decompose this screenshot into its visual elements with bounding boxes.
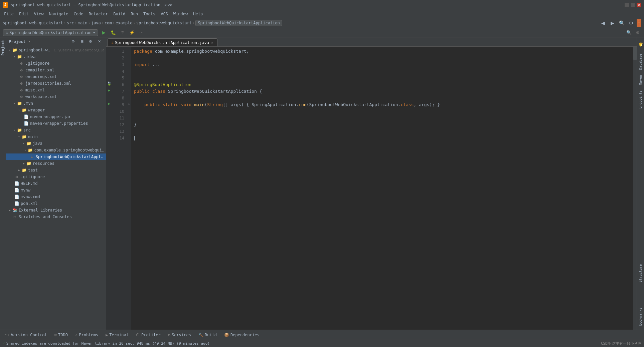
close-button[interactable]: ✕	[637, 3, 641, 7]
maven-panel-tab[interactable]: Maven	[638, 74, 643, 86]
tree-scratches-consoles[interactable]: ✂ Scratches and Consoles	[6, 214, 106, 220]
tree-idea-folder[interactable]: ▾ 📁 .idea	[6, 53, 106, 60]
panel-hide-button[interactable]: ✕	[95, 38, 103, 46]
structure-panel-tab[interactable]: Structure	[638, 263, 643, 284]
minimize-button[interactable]: —	[625, 3, 629, 7]
run-button[interactable]: ▶	[100, 29, 108, 36]
tree-encodings-xml[interactable]: ⚙ encodings.xml	[6, 73, 106, 80]
bottom-tab-version-control[interactable]: ↑↓ Version Control	[1, 332, 50, 338]
menu-edit[interactable]: Edit	[16, 11, 31, 17]
tree-misc-xml[interactable]: ⚙ misc.xml	[6, 87, 106, 93]
endpoints-panel-tab[interactable]: Endpoints	[638, 89, 643, 110]
bottom-tab-problems[interactable]: ⚠ Problems	[72, 332, 102, 338]
tree-wrapper-folder[interactable]: ▾ 📁 wrapper	[6, 107, 106, 113]
menu-window[interactable]: Window	[171, 11, 190, 17]
tree-jar-repositories-xml[interactable]: ⚙ jarRepositories.xml	[6, 80, 106, 87]
gutter-area: 🍃 ▶ ▶ 1	[106, 47, 131, 330]
run-gutter-9[interactable]: ▶	[106, 100, 112, 107]
nav-forward-button[interactable]: ▶	[609, 19, 617, 27]
maximize-button[interactable]: □	[631, 3, 635, 7]
tree-gitignore-1[interactable]: ⚙ .gitignore	[6, 60, 106, 67]
notification-badge[interactable]: 1	[637, 19, 641, 27]
tree-main-class[interactable]: ☕ SpringbootWebQuickstartApplication	[6, 153, 106, 160]
menu-view[interactable]: View	[31, 11, 46, 17]
nav-main[interactable]: main	[78, 21, 88, 25]
bookmarks-panel-tab[interactable]: Bookmarks	[638, 306, 643, 327]
tree-compiler-xml[interactable]: ⚙ compiler.xml	[6, 67, 106, 73]
tab-icon: ☕	[111, 40, 114, 45]
tree-java-folder[interactable]: ▾ 📁 java	[6, 140, 106, 147]
bottom-tab-dependencies[interactable]: 📦 Dependencies	[221, 332, 263, 338]
nav-classname[interactable]: SpringbootWebQuickstartApplication	[195, 20, 282, 26]
tree-main-folder[interactable]: ▾ 📁 main	[6, 133, 106, 140]
code-line-11	[134, 115, 631, 121]
scroll-thumb[interactable]	[633, 47, 637, 60]
tree-package-folder[interactable]: ▾ 📁 com.example.springbootwebquickstart	[6, 147, 106, 153]
nav-java[interactable]: java	[91, 21, 101, 25]
bottom-tab-profiler[interactable]: ⏱ Profiler	[133, 332, 164, 338]
menu-run[interactable]: Run	[128, 11, 141, 17]
menu-refactor[interactable]: Refactor	[86, 11, 111, 17]
notifications-panel-tab[interactable]: 🔔	[638, 40, 643, 50]
fold-icon-9[interactable]: □	[127, 100, 131, 107]
tree-test-folder[interactable]: ▶ 📁 test	[6, 167, 106, 174]
tree-mvnw[interactable]: 📄 mvnw	[6, 187, 106, 194]
tree-gitignore-root[interactable]: ⚙ .gitignore	[6, 174, 106, 180]
panel-dropdown-icon[interactable]: ▾	[28, 39, 31, 44]
menu-file[interactable]: File	[1, 11, 16, 17]
nav-src[interactable]: src	[67, 21, 74, 25]
search-button[interactable]: 🔍	[618, 19, 626, 27]
settings-button[interactable]: ⚙	[627, 19, 635, 27]
title-bar: J springboot-web-quickstart – Springboot…	[0, 0, 644, 10]
file-tree[interactable]: ▾ 📁 springboot-web-quickstart C:\Users\H…	[6, 46, 106, 330]
status-message: Shared indexes are downloaded for Maven …	[6, 341, 210, 346]
tree-root[interactable]: ▾ 📁 springboot-web-quickstart C:\Users\H…	[6, 47, 106, 53]
run-gutter-7[interactable]: ▶	[106, 87, 112, 93]
menu-build[interactable]: Build	[111, 11, 128, 17]
settings-icon-button[interactable]: ⚙	[634, 29, 641, 36]
coverage-button[interactable]: ☂	[119, 29, 126, 36]
menu-vcs[interactable]: VCS	[158, 11, 171, 17]
code-editor[interactable]: package com.example.springbootwebquickst…	[131, 47, 633, 330]
tree-mvn-folder[interactable]: ▾ 📁 .mvn	[6, 100, 106, 107]
tree-help-md[interactable]: 📄 HELP.md	[6, 180, 106, 187]
database-panel-tab[interactable]: Database	[638, 52, 643, 71]
run-config-selector[interactable]: ☕ SpringbootWebQuickstartApplication ▾	[3, 29, 98, 36]
menu-navigate[interactable]: Navigate	[46, 11, 71, 17]
menu-tools[interactable]: Tools	[141, 11, 158, 17]
search-everywhere-button[interactable]: 🔍	[625, 29, 633, 36]
tree-external-libraries[interactable]: ▶ 📚 External Libraries	[6, 207, 106, 214]
bottom-tab-todo[interactable]: ☑ TODO	[51, 332, 71, 338]
code-line-6: @SpringBootApplication	[134, 81, 631, 88]
project-panel-tab[interactable]: Project	[0, 37, 6, 58]
panel-more-button[interactable]: ⚙	[87, 38, 95, 46]
panel-collapse-button[interactable]: ⊟	[78, 38, 86, 46]
profile-button[interactable]: ⚡	[128, 29, 136, 36]
bottom-tab-build[interactable]: 🔨 Build	[195, 332, 220, 338]
fold-icon-7[interactable]: ─	[127, 87, 131, 93]
tree-workspace-xml[interactable]: ⚙ workspace.xml	[6, 93, 106, 100]
more-run-button[interactable]: ⋯	[138, 29, 145, 36]
mvn-folder-icon: 📁	[17, 101, 22, 106]
menu-help[interactable]: Help	[190, 11, 205, 17]
tab-close-button[interactable]: ✕	[210, 40, 214, 45]
nav-back-button[interactable]: ◀	[599, 19, 607, 27]
nav-com[interactable]: com	[105, 21, 112, 25]
nav-project[interactable]: springboot-web-quickstart	[3, 21, 63, 25]
nav-package[interactable]: springbootwebquickstart	[136, 21, 192, 25]
tree-resources-folder[interactable]: ▶ 📁 resources	[6, 160, 106, 167]
tree-pom-xml[interactable]: 📄 pom.xml	[6, 200, 106, 207]
editor-tab-main[interactable]: ☕ SpringbootWebQuickstartApplication.jav…	[108, 38, 217, 46]
debug-button[interactable]: 🐛	[110, 29, 117, 36]
bottom-tab-terminal[interactable]: ▶ Terminal	[102, 332, 132, 338]
tree-mvnw-cmd[interactable]: 📄 mvnw.cmd	[6, 194, 106, 200]
cmd-icon: 📄	[14, 194, 19, 200]
bottom-tab-services[interactable]: ⚙ Services	[165, 332, 194, 338]
nav-example[interactable]: example	[116, 21, 133, 25]
editor-scrollbar[interactable]	[633, 47, 637, 330]
tree-maven-wrapper-properties[interactable]: 📄 maven-wrapper.properties	[6, 120, 106, 127]
tree-src-folder[interactable]: ▾ 📁 src	[6, 127, 106, 133]
menu-code[interactable]: Code	[71, 11, 86, 17]
panel-sync-button[interactable]: ⟳	[69, 38, 77, 46]
tree-maven-wrapper-jar[interactable]: 📄 maven-wrapper.jar	[6, 113, 106, 120]
